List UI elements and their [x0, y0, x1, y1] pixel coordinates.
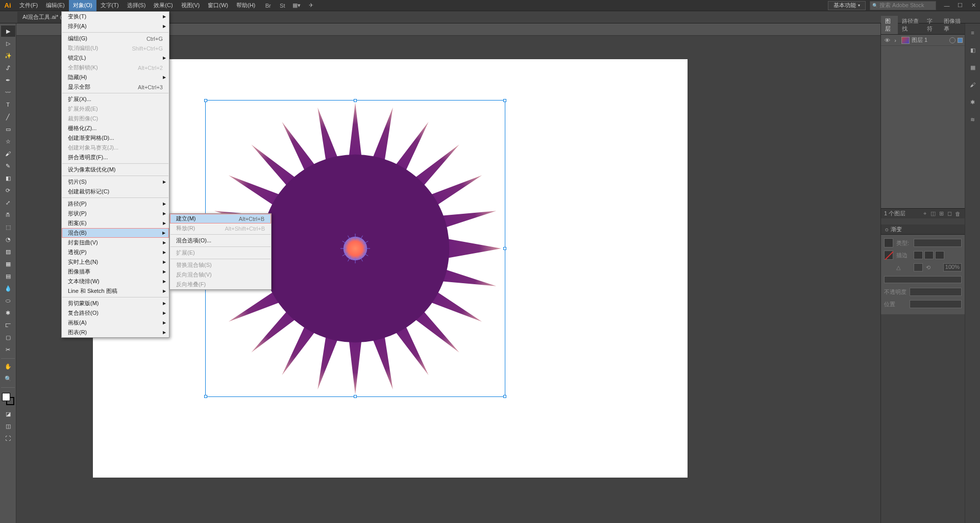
tab-image-trace[interactable]: 图像描摹	[940, 16, 965, 34]
disclosure-icon[interactable]: ›	[891, 37, 899, 43]
minimize-button[interactable]: —	[940, 0, 953, 11]
layer-name[interactable]: 图层 1	[912, 36, 949, 44]
clip-icon[interactable]: ◫	[929, 210, 937, 217]
stock-icon[interactable]: St	[278, 1, 287, 10]
position-field[interactable]	[910, 300, 962, 308]
tab-pathfinder[interactable]: 路径查找	[898, 16, 923, 34]
shape-builder-tool[interactable]: ◔	[1, 234, 15, 245]
menu-item[interactable]: 画板(A)▶	[62, 318, 169, 328]
menu-edit[interactable]: 编辑(E)	[42, 0, 69, 11]
menu-item[interactable]: 图像描摹▶	[62, 267, 169, 277]
gradient-ramp[interactable]	[884, 276, 962, 283]
menu-item[interactable]: 封套扭曲(V)▶	[62, 238, 169, 247]
artboard-tool[interactable]: ▢	[1, 332, 15, 343]
angle-field[interactable]	[914, 263, 923, 271]
new-sublayer-icon[interactable]: ⊞	[937, 210, 945, 217]
stroke-swatch[interactable]	[884, 251, 893, 260]
new-layer-icon[interactable]: ◻	[945, 210, 953, 217]
menu-item[interactable]: 混合(B)▶	[62, 228, 169, 238]
visibility-icon[interactable]: 👁	[883, 37, 891, 43]
opacity-field[interactable]	[910, 288, 962, 296]
menu-item[interactable]: 文本绕排(W)▶	[62, 277, 169, 286]
rectangle-tool[interactable]: ▭	[1, 123, 15, 135]
dock-brushes-icon[interactable]: 🖌	[967, 79, 979, 91]
mesh-tool[interactable]: ▦	[1, 258, 15, 269]
menu-item[interactable]: Line 和 Sketch 图稿▶	[62, 286, 169, 296]
fill-stroke-swatch[interactable]	[2, 393, 14, 405]
menu-view[interactable]: 视图(V)	[177, 0, 204, 11]
menu-item[interactable]: 隐藏(H)▶	[62, 72, 169, 82]
selection-indicator[interactable]	[958, 38, 963, 43]
dock-symbols-icon[interactable]: ✱	[967, 96, 979, 108]
menu-help[interactable]: 帮助(H)	[232, 0, 259, 11]
close-button[interactable]: ✕	[967, 0, 980, 11]
gradient-header[interactable]: ☼ 渐变	[881, 225, 965, 235]
draw-mode-icon[interactable]: ◫	[1, 420, 15, 432]
menu-item[interactable]: 排列(A)▶	[62, 21, 169, 31]
menu-item[interactable]: 栅格化(Z)...	[62, 123, 169, 133]
menu-item[interactable]: 透视(P)▶	[62, 247, 169, 257]
menu-object[interactable]: 对象(O)	[69, 0, 96, 11]
menu-item[interactable]: 复合路径(O)▶	[62, 308, 169, 318]
menu-item[interactable]: 显示全部Alt+Ctrl+3	[62, 82, 169, 92]
zoom-tool[interactable]: 🔍	[1, 373, 15, 384]
dock-color-icon[interactable]: ◧	[967, 44, 979, 56]
type-tool[interactable]: T	[1, 99, 15, 110]
screen-mode-icon[interactable]: ⛶	[1, 433, 15, 444]
menu-item[interactable]: 创建裁切标记(C)	[62, 187, 169, 196]
free-transform-tool[interactable]: ⬚	[1, 221, 15, 233]
menu-item[interactable]: 编组(G)Ctrl+G	[62, 34, 169, 43]
workspace-switcher[interactable]: 基本功能	[828, 1, 866, 10]
hand-tool[interactable]: ✋	[1, 361, 15, 372]
menu-item[interactable]: 路径(P)▶	[62, 199, 169, 209]
menu-item[interactable]: 形状(P)▶	[62, 209, 169, 218]
menu-item[interactable]: 混合选项(O)...	[170, 236, 271, 245]
curvature-tool[interactable]: 〰	[1, 87, 15, 98]
color-mode-icon[interactable]: ◪	[1, 408, 15, 419]
arrange-icon[interactable]: ▦▾	[292, 1, 301, 10]
ratio-field[interactable]: 100%	[943, 263, 962, 271]
tab-layers[interactable]: 图层	[881, 16, 898, 34]
stroke-mode-1[interactable]	[914, 251, 923, 259]
search-input[interactable]: 搜索 Adobe Stock	[870, 1, 936, 10]
gradient-tool[interactable]: ▤	[1, 270, 15, 282]
slice-tool[interactable]: ✂	[1, 344, 15, 355]
magic-wand-tool[interactable]: ✨	[1, 50, 15, 61]
scale-tool[interactable]: ⤢	[1, 197, 15, 208]
menu-item[interactable]: 剪切蒙版(M)▶	[62, 298, 169, 308]
paintbrush-tool[interactable]: 🖌	[1, 148, 15, 159]
stroke-mode-2[interactable]	[924, 251, 934, 259]
delete-icon[interactable]: 🗑	[953, 211, 962, 217]
eyedropper-tool[interactable]: 💧	[1, 283, 15, 294]
gpu-icon[interactable]: ✈	[306, 1, 315, 10]
dock-properties-icon[interactable]: ≡	[967, 27, 979, 39]
menu-item[interactable]: 变换(T)▶	[62, 12, 169, 21]
menu-effect[interactable]: 效果(C)	[150, 0, 177, 11]
menu-item[interactable]: 锁定(L)▶	[62, 53, 169, 63]
pen-tool[interactable]: ✒	[1, 74, 15, 86]
menu-item[interactable]: 图案(E)▶	[62, 218, 169, 228]
lasso-tool[interactable]: ᔑ	[1, 62, 15, 73]
rotate-tool[interactable]: ⟳	[1, 185, 15, 196]
bridge-icon[interactable]: Br	[263, 1, 273, 10]
tab-character[interactable]: 字符	[923, 16, 940, 34]
menu-item[interactable]: 设为像素级优化(M)	[62, 165, 169, 175]
menu-item[interactable]: 拼合透明度(F)...	[62, 153, 169, 162]
menu-item[interactable]: 实时上色(N)▶	[62, 257, 169, 267]
pencil-tool[interactable]: ✎	[1, 160, 15, 171]
selection-tool[interactable]: ▶	[1, 26, 15, 37]
direct-selection-tool[interactable]: ▷	[1, 38, 15, 49]
dock-swatches-icon[interactable]: ▦	[967, 61, 979, 73]
type-field[interactable]	[914, 239, 962, 247]
target-icon[interactable]	[949, 37, 955, 43]
blend-tool[interactable]: ⬭	[1, 295, 15, 306]
menu-item[interactable]: 建立(M)Alt+Ctrl+B	[170, 214, 271, 223]
line-tool[interactable]: ╱	[1, 111, 15, 122]
eraser-tool[interactable]: ◧	[1, 172, 15, 184]
symbol-sprayer-tool[interactable]: ✱	[1, 307, 15, 318]
menu-file[interactable]: 文件(F)	[15, 0, 42, 11]
column-graph-tool[interactable]: ⫍	[1, 319, 15, 331]
menu-item[interactable]: 扩展(X)...	[62, 94, 169, 104]
menu-item[interactable]: 图表(R)▶	[62, 328, 169, 337]
layer-row[interactable]: 👁 › 图层 1	[881, 35, 965, 46]
